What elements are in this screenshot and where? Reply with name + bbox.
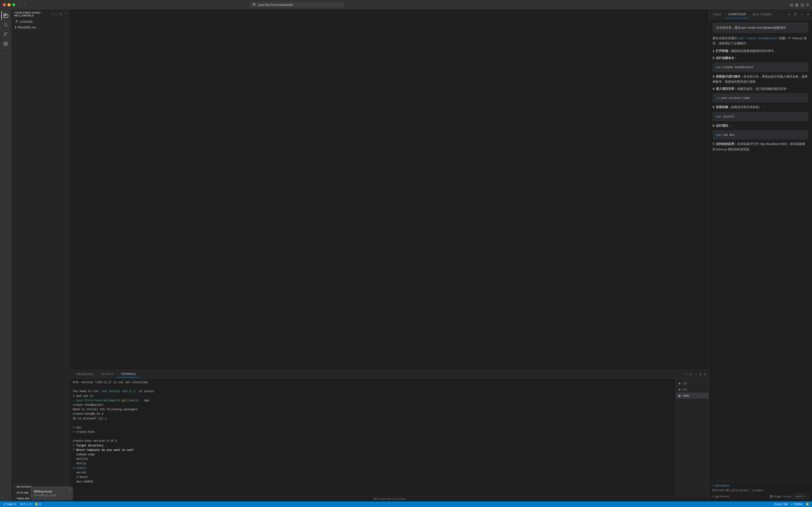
- tab-bug-finder[interactable]: BUG FINDER: [750, 11, 774, 18]
- terminal-close-icon[interactable]: ×: [704, 372, 706, 376]
- file-item-readme[interactable]: ℹ README.md: [11, 24, 70, 30]
- notification-toast[interactable]: × Billing Issue On settings portal: [31, 487, 73, 500]
- terminal-tabs: PROBLEMS OUTPUT TERMINAL + ∨ ··· ∧ ×: [70, 370, 709, 379]
- close-button[interactable]: [3, 3, 6, 6]
- traffic-lights: [3, 3, 15, 6]
- new-folder-icon[interactable]: □: [56, 12, 58, 16]
- address-text: your-first-hono-helloworld: [258, 3, 293, 7]
- svg-rect-0: [4, 14, 6, 14]
- errors-item[interactable]: ⊗ 0 ⚠ 0: [19, 503, 32, 506]
- refresh-icon[interactable]: ↻: [59, 12, 62, 16]
- notifications-item[interactable]: 🔔 0: [34, 503, 42, 506]
- tab-composer[interactable]: COMPOSER: [726, 11, 749, 18]
- activity-bar: ···: [0, 9, 11, 501]
- notification-subtitle: On settings portal: [34, 494, 69, 497]
- footer-actions: 🖼 image normal submit ↵: [770, 494, 809, 499]
- git-icon[interactable]: [1, 30, 10, 39]
- terminal-body: N/A: version "v20.11.1" is not yet insta…: [70, 379, 709, 496]
- extensions-icon[interactable]: [1, 40, 10, 48]
- notification-close-button[interactable]: ×: [69, 488, 71, 492]
- notification-count: 0: [39, 503, 41, 506]
- collapse-icon[interactable]: ⌃: [64, 12, 67, 16]
- search-activity-icon[interactable]: [1, 21, 10, 29]
- side-tab-zsh-1[interactable]: ▶ zsh: [676, 380, 709, 387]
- explorer-title: YOUR-FIRST-HONO-HELLOWORLD: [14, 11, 52, 17]
- term-line-13: create-hono version 0.15.3: [73, 439, 673, 443]
- term-line-8: Ok to proceed? (y) y: [73, 416, 673, 421]
- terminal-more-icon[interactable]: ···: [694, 372, 697, 376]
- svg-rect-11: [6, 42, 7, 44]
- back-button[interactable]: ‹: [19, 2, 22, 7]
- more-icon[interactable]: ···: [1, 49, 10, 57]
- add-context-button[interactable]: + Add context: [712, 484, 809, 487]
- nav-buttons: ‹ ›: [19, 2, 26, 7]
- term-line-19: ❯ nodejs: [73, 466, 673, 470]
- add-terminal-icon[interactable]: +: [685, 372, 687, 376]
- more-options-icon[interactable]: ···: [800, 12, 805, 17]
- terminal-side-tabs: ▶ zsh ▶ zsh ▶ node: [676, 379, 709, 496]
- outline-label: OUTLINE: [16, 491, 28, 494]
- chat-input-box[interactable]: 在当前目录，通过npm create hono@latest创建项目: [713, 22, 808, 33]
- timeline-label: TIMELINE: [16, 497, 30, 500]
- step-1: 1. 打开终端：确保你在想要创建项目的目录中。: [713, 48, 808, 54]
- image-icon: 🖼: [770, 495, 772, 498]
- readme-label: README.md: [18, 25, 36, 29]
- bell-item[interactable]: 🔔: [805, 503, 810, 506]
- history-icon[interactable]: ⏱: [793, 12, 798, 17]
- right-panel-toggle-icon[interactable]: ▧: [801, 3, 804, 7]
- term-line-9: [73, 421, 673, 426]
- forward-button[interactable]: ›: [23, 2, 26, 7]
- side-tab-node[interactable]: ▶ node: [676, 393, 709, 399]
- submit-button[interactable]: submit ↵: [793, 494, 809, 499]
- editor-area: PROBLEMS OUTPUT TERMINAL + ∨ ··· ∧ × N/A…: [70, 9, 709, 501]
- settings-icon[interactable]: ⚙: [806, 3, 809, 7]
- step-6: 6. 运行项目：: [713, 123, 808, 128]
- panel-toggle-icon[interactable]: ▣: [795, 3, 799, 7]
- code-block-1: npm create hono@latest: [713, 62, 808, 72]
- right-panel-content[interactable]: 在当前目录，通过npm create hono@latest创建项目 要在当前目…: [709, 20, 812, 482]
- term-line-21: x-basic: [73, 475, 673, 480]
- side-tab-zsh-1-label: zsh: [683, 382, 687, 385]
- maximize-button[interactable]: [12, 3, 15, 6]
- file-item-license[interactable]: 🎖 LICENSE: [11, 19, 70, 24]
- right-panel-footer: ∨ gpt-4o-mini 🖼 image normal submit ↵: [712, 494, 809, 499]
- git-branch-icon: ⎇: [3, 503, 6, 506]
- explorer-icon[interactable]: [1, 11, 10, 20]
- git-branch-item[interactable]: ⎇ main ↻: [2, 503, 17, 506]
- terminal-content[interactable]: N/A: version "v20.11.1" is not yet insta…: [70, 379, 676, 496]
- close-panel-icon[interactable]: ×: [806, 12, 810, 17]
- step-2-title: 2. 运行创建命令：: [713, 56, 737, 60]
- add-chat-icon[interactable]: +: [787, 12, 791, 17]
- address-bar[interactable]: 🔍 your-first-hono-helloworld: [250, 2, 344, 7]
- tab-output[interactable]: OUTPUT: [97, 371, 117, 377]
- tab-problems[interactable]: PROBLEMS: [73, 371, 97, 377]
- term-line-17: netlify: [73, 457, 673, 461]
- tab-terminal[interactable]: TERMINAL: [117, 371, 140, 378]
- terminal-icon-3: ▶: [679, 394, 681, 397]
- term-line-12: [73, 434, 673, 439]
- submit-label: submit: [795, 495, 803, 498]
- cursor-tab-item[interactable]: Cursor Tab: [773, 503, 789, 506]
- svg-rect-3: [4, 16, 6, 16]
- terminal-hint-text: ⌘K to generate a command: [373, 497, 406, 500]
- term-line-14: ? Target directory .: [73, 444, 673, 448]
- side-tab-zsh-2[interactable]: ▶ zsh: [676, 387, 709, 393]
- term-line-7: create-hono@0.15.3: [73, 412, 673, 416]
- terminal-maximize-icon[interactable]: ∧: [699, 372, 702, 376]
- terminal-chevron-icon[interactable]: ∨: [689, 372, 692, 376]
- minimize-button[interactable]: [7, 3, 11, 6]
- svg-rect-12: [4, 44, 5, 46]
- sidebar-toggle-icon[interactable]: ▤: [790, 3, 793, 7]
- terminal-tab-actions: + ∨ ··· ∧ ×: [685, 372, 706, 376]
- term-line-1: N/A: version "v20.11.1" is not yet insta…: [73, 380, 673, 385]
- new-file-icon[interactable]: +: [52, 12, 54, 16]
- prettier-item[interactable]: ✓ Prettier: [790, 503, 804, 506]
- step-2: 2. 运行创建命令：: [713, 55, 808, 61]
- step-5-title: 5. 安装依赖: [713, 105, 728, 109]
- term-line-5: create hono@latest: [73, 403, 673, 407]
- image-button[interactable]: 🖼 image: [770, 495, 781, 498]
- model-selector[interactable]: ∨ gpt-4o-mini: [712, 495, 729, 498]
- tab-chat[interactable]: CHAT: [711, 11, 724, 18]
- bell-status-icon: 🔔: [806, 503, 809, 506]
- readme-icon: ℹ: [15, 25, 16, 29]
